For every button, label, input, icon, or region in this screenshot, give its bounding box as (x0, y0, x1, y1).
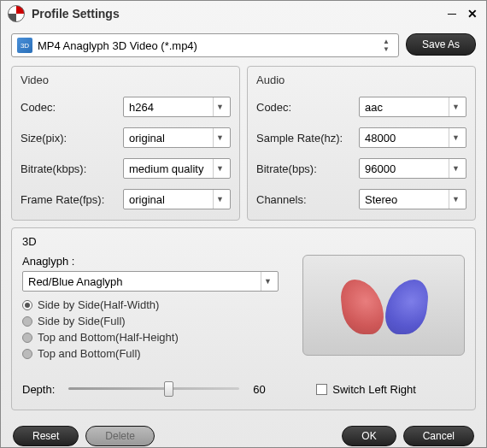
audio-channels-select[interactable]: Stereo▼ (359, 189, 466, 209)
video-title: Video (21, 74, 231, 86)
audio-title: Audio (256, 74, 466, 86)
depth-value: 60 (253, 383, 279, 396)
chevron-down-icon: ▼ (449, 97, 462, 116)
save-as-button[interactable]: Save As (406, 33, 476, 56)
audio-group: Audio Codec: aac▼ Sample Rate(hz): 48000… (247, 66, 476, 221)
window-title: Profile Settings (32, 7, 438, 21)
audio-channels-label: Channels: (256, 193, 359, 206)
profile-name: MP4 Anaglyph 3D Video (*.mp4) (38, 39, 379, 52)
close-button[interactable]: ✕ (466, 7, 479, 21)
video-size-select[interactable]: original▼ (123, 127, 231, 148)
depth-slider[interactable] (68, 380, 239, 398)
audio-bitrate-select[interactable]: 96000▼ (359, 158, 466, 179)
chevron-down-icon: ▼ (449, 190, 462, 209)
switch-left-right-label: Switch Left Right (332, 383, 416, 396)
radio-icon (22, 349, 32, 359)
chevron-down-icon: ▼ (213, 190, 226, 209)
profile-selector[interactable]: 3D MP4 Anaglyph 3D Video (*.mp4) ▲▼ (11, 33, 399, 57)
three-d-group: 3D Anaglyph : Red/Blue Anaglyph▼ Side by… (11, 227, 476, 410)
ok-button[interactable]: OK (342, 426, 396, 446)
chevron-down-icon: ▼ (213, 128, 226, 147)
minimize-button[interactable]: ─ (445, 7, 459, 21)
video-bitrate-select[interactable]: medium quality▼ (123, 158, 231, 179)
footer: Reset Delete OK Cancel (1, 417, 486, 448)
three-d-preview (302, 255, 465, 356)
radio-sbs-half[interactable]: Side by Side(Half-Width) (22, 298, 285, 311)
audio-samplerate-select[interactable]: 48000▼ (359, 127, 466, 148)
video-codec-select[interactable]: h264▼ (123, 97, 231, 117)
radio-icon (22, 333, 32, 343)
cancel-button[interactable]: Cancel (403, 426, 474, 446)
profile-3d-icon: 3D (17, 38, 32, 53)
radio-icon (22, 300, 32, 310)
chevron-down-icon: ▼ (213, 159, 226, 178)
slider-thumb[interactable] (164, 381, 173, 397)
radio-tb-half[interactable]: Top and Bottom(Half-Height) (22, 331, 285, 344)
chevron-down-icon: ▼ (449, 128, 462, 147)
reset-button[interactable]: Reset (13, 426, 79, 446)
anaglyph-select[interactable]: Red/Blue Anaglyph▼ (22, 271, 279, 292)
video-fps-label: Frame Rate(fps): (21, 193, 123, 206)
butterfly-icon (333, 273, 436, 341)
depth-label: Depth: (22, 383, 55, 396)
radio-tb-full[interactable]: Top and Bottom(Full) (22, 347, 285, 360)
video-bitrate-label: Bitrate(kbps): (21, 162, 123, 175)
audio-codec-label: Codec: (256, 101, 359, 114)
video-fps-select[interactable]: original▼ (123, 189, 231, 209)
radio-icon (22, 316, 32, 327)
audio-samplerate-label: Sample Rate(hz): (256, 132, 359, 144)
chevron-down-icon: ▼ (213, 97, 226, 116)
slider-track (68, 387, 239, 390)
stepper-icon: ▲▼ (379, 38, 393, 53)
anaglyph-label: Anaglyph : (22, 255, 285, 268)
three-d-title: 3D (22, 235, 465, 248)
chevron-down-icon: ▼ (261, 272, 274, 291)
delete-button: Delete (85, 426, 155, 446)
app-icon (8, 5, 25, 22)
video-codec-label: Codec: (21, 101, 123, 114)
titlebar: Profile Settings ─ ✕ (1, 1, 486, 27)
radio-sbs-full[interactable]: Side by Side(Full) (22, 315, 285, 327)
video-group: Video Codec: h264▼ Size(pix): original▼ … (11, 66, 240, 221)
chevron-down-icon: ▼ (449, 159, 462, 178)
video-size-label: Size(pix): (21, 132, 123, 144)
switch-left-right-checkbox[interactable] (316, 384, 327, 395)
audio-codec-select[interactable]: aac▼ (359, 97, 466, 117)
audio-bitrate-label: Bitrate(bps): (256, 162, 359, 175)
